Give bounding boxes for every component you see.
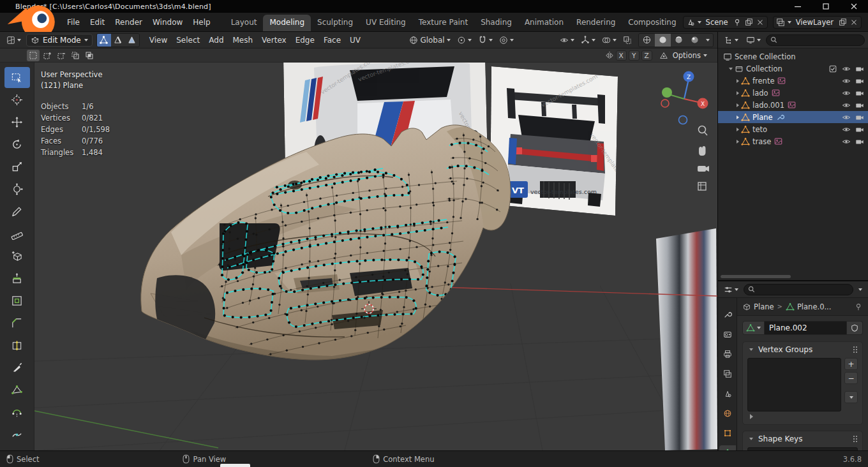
zoom-button[interactable] — [699, 126, 708, 136]
camera-icon[interactable] — [855, 77, 864, 85]
vertex-groups-list[interactable] — [747, 358, 841, 411]
new-scene-icon[interactable] — [744, 18, 753, 27]
tab-object[interactable] — [719, 426, 736, 441]
eye-icon[interactable] — [842, 64, 851, 73]
outliner-row-lado[interactable]: lado — [718, 87, 868, 99]
checkbox-icon[interactable] — [828, 64, 837, 73]
overlays-dropdown[interactable] — [600, 36, 618, 45]
tab-shading[interactable]: Shading — [474, 15, 518, 31]
shading-material-button[interactable] — [671, 34, 687, 47]
camera-icon[interactable] — [855, 113, 864, 122]
tab-sculpting[interactable]: Sculpting — [311, 15, 359, 31]
scene-selector[interactable]: Scene — [683, 16, 768, 29]
tool-smooth[interactable] — [4, 424, 30, 445]
xray-toggle[interactable] — [621, 36, 634, 45]
shading-wireframe-button[interactable] — [639, 34, 655, 47]
tab-layout[interactable]: Layout — [225, 15, 264, 31]
tab-world[interactable] — [719, 406, 736, 421]
outliner-display-mode-button[interactable] — [744, 34, 763, 46]
breadcrumb-data[interactable]: Plane.0... — [797, 302, 831, 311]
tab-object-data[interactable] — [719, 445, 736, 450]
disclosure-closed-icon[interactable] — [737, 128, 739, 131]
disclosure-closed-icon[interactable] — [737, 115, 739, 119]
gizmo-neg-x[interactable] — [661, 100, 669, 107]
properties-filter-button[interactable] — [856, 287, 865, 292]
tool-inset-faces[interactable] — [4, 290, 30, 311]
menu-uv[interactable]: UV — [345, 34, 365, 47]
mode-dropdown[interactable]: Edit Mode — [26, 34, 93, 47]
outliner-search-input[interactable] — [780, 36, 860, 44]
gizmo-neg-z[interactable] — [679, 116, 687, 124]
outliner-row-lado-001[interactable]: lado.001 — [718, 99, 868, 111]
tool-extrude-region[interactable] — [4, 268, 30, 289]
select-invert-button[interactable] — [69, 50, 82, 61]
nav-gizmo[interactable]: Z X — [661, 71, 708, 124]
menu-select[interactable]: Select — [172, 34, 204, 47]
disclosure-open-icon[interactable] — [729, 68, 733, 70]
tool-cursor[interactable] — [4, 89, 30, 110]
panel-grip-icon[interactable] — [853, 349, 855, 350]
mirror-x-toggle[interactable]: X — [616, 50, 627, 61]
tab-view-layer[interactable] — [719, 366, 736, 382]
select-extend-button[interactable] — [41, 50, 54, 61]
properties-search[interactable] — [744, 284, 853, 295]
tab-output[interactable] — [719, 346, 736, 362]
eye-icon[interactable] — [842, 125, 851, 134]
eye-icon[interactable] — [842, 101, 851, 110]
outliner-row-collection[interactable]: Collection — [718, 63, 868, 75]
shape-keys-list[interactable] — [747, 447, 858, 450]
select-subtract-button[interactable] — [55, 50, 68, 61]
tab-modeling[interactable]: Modeling — [263, 15, 311, 31]
tab-animation[interactable]: Animation — [518, 15, 570, 31]
camera-icon[interactable] — [855, 101, 864, 110]
pan-button[interactable] — [699, 146, 706, 156]
pin-icon[interactable] — [733, 18, 742, 27]
disclosure-closed-icon[interactable] — [737, 79, 739, 83]
menu-face[interactable]: Face — [319, 34, 345, 47]
menu-view[interactable]: View — [145, 34, 172, 47]
menu-add[interactable]: Add — [204, 34, 228, 47]
tab-scene[interactable] — [719, 386, 736, 401]
eye-icon[interactable] — [842, 89, 851, 98]
maximize-button[interactable] — [812, 0, 840, 13]
disclosure-closed-icon[interactable] — [737, 103, 739, 107]
shading-options-button[interactable] — [703, 34, 713, 47]
tab-render[interactable] — [719, 327, 736, 342]
tab-tool[interactable] — [719, 307, 736, 322]
add-vertex-group-button[interactable]: + — [844, 358, 858, 370]
snapping-controls[interactable] — [476, 36, 495, 45]
mirror-z-toggle[interactable]: Z — [641, 50, 652, 61]
properties-search-input[interactable] — [758, 285, 849, 293]
outliner-row-scene-collection[interactable]: Scene Collection — [718, 50, 868, 63]
gizmos-dropdown[interactable] — [579, 36, 597, 45]
menu-file[interactable]: File — [62, 16, 85, 29]
menu-render[interactable]: Render — [110, 16, 147, 29]
fake-user-button[interactable] — [847, 321, 863, 335]
menu-help[interactable]: Help — [188, 16, 215, 29]
vertex-group-specials-button[interactable] — [844, 391, 858, 403]
unlink-scene-icon[interactable] — [756, 18, 765, 27]
outliner-row-trase[interactable]: trase — [718, 135, 868, 147]
face-select-button[interactable] — [125, 34, 139, 47]
remove-vertex-group-button[interactable]: − — [844, 372, 858, 384]
outliner-row-teto[interactable]: teto — [718, 123, 868, 135]
list-filter-disclosure-icon[interactable] — [750, 414, 753, 419]
shading-rendered-button[interactable] — [687, 34, 703, 47]
editor-type-button[interactable] — [4, 34, 24, 46]
menu-mesh[interactable]: Mesh — [228, 34, 258, 47]
tool-annotate[interactable] — [4, 201, 30, 222]
properties-editor-type-button[interactable] — [721, 284, 741, 295]
menu-window[interactable]: Window — [147, 16, 188, 29]
camera-view-button[interactable] — [698, 166, 709, 172]
shape-keys-panel-header[interactable]: Shape Keys — [743, 431, 862, 446]
panel-grip-icon[interactable] — [853, 438, 855, 440]
tool-rotate[interactable] — [4, 134, 30, 155]
outliner-row-plane[interactable]: Plane — [718, 111, 868, 123]
menu-edit[interactable]: Edit — [85, 16, 110, 29]
outliner-scrollbar[interactable] — [721, 275, 791, 278]
menu-vertex[interactable]: Vertex — [257, 34, 291, 47]
data-name-field[interactable] — [765, 321, 847, 335]
select-set-button[interactable] — [27, 50, 40, 61]
close-button[interactable] — [840, 0, 868, 13]
eye-icon[interactable] — [842, 77, 851, 85]
